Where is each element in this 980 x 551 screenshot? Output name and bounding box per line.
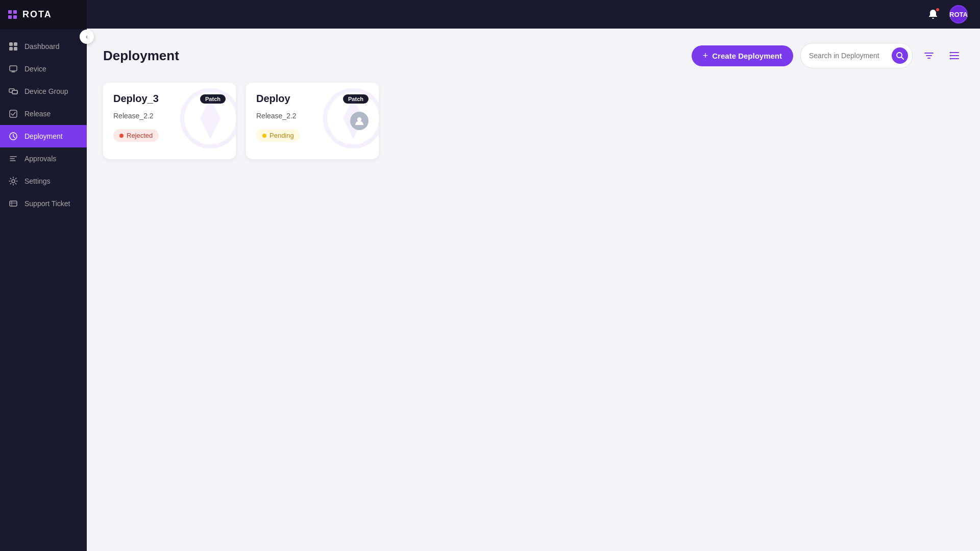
sidebar-item-deployment[interactable]: Deployment xyxy=(0,125,87,147)
sidebar-item-label: Approvals xyxy=(24,155,56,163)
filter-button[interactable] xyxy=(920,46,938,65)
sidebar-item-dashboard[interactable]: Dashboard xyxy=(0,35,87,58)
settings-icon xyxy=(8,176,18,186)
avatar-text: ROTA xyxy=(949,11,968,18)
sidebar-item-device[interactable]: Device xyxy=(0,58,87,80)
sidebar-header: ROTA xyxy=(0,0,87,29)
page-header: Deployment + Create Deployment xyxy=(103,43,964,68)
user-avatar xyxy=(350,112,369,130)
card-release: Release_2.2 xyxy=(113,112,226,120)
card-title: Deploy xyxy=(256,93,290,105)
card-status-rejected: Rejected xyxy=(113,129,159,142)
app-name: ROTA xyxy=(22,9,52,20)
support-icon xyxy=(8,198,18,209)
sidebar-item-approvals[interactable]: Approvals xyxy=(0,147,87,170)
release-icon xyxy=(8,109,18,119)
sidebar-item-settings[interactable]: Settings xyxy=(0,170,87,192)
deployment-card-deploy-3[interactable]: Deploy_3 Patch Release_2.2 Rejected xyxy=(103,83,236,159)
sidebar-item-label: Device Group xyxy=(24,87,68,95)
deployment-cards-grid: Deploy_3 Patch Release_2.2 Rejected Depl… xyxy=(103,83,964,159)
sidebar-item-label: Dashboard xyxy=(24,42,60,51)
status-label: Rejected xyxy=(127,132,153,139)
notification-bell-button[interactable] xyxy=(924,5,942,23)
sidebar-item-device-group[interactable]: Device Group xyxy=(0,80,87,103)
card-status-pending: Pending xyxy=(256,129,300,142)
card-header: Deploy Patch xyxy=(256,93,369,105)
topbar: ROTA xyxy=(87,0,980,29)
deployment-icon xyxy=(8,131,18,141)
svg-rect-0 xyxy=(9,42,13,46)
svg-point-29 xyxy=(357,117,361,121)
svg-point-12 xyxy=(12,180,15,183)
card-header: Deploy_3 Patch xyxy=(113,93,226,105)
logo-icon xyxy=(8,10,17,19)
sidebar-collapse-button[interactable]: ‹ xyxy=(80,30,94,44)
svg-rect-1 xyxy=(14,42,17,46)
device-group-icon xyxy=(8,86,18,96)
content-area: Deployment + Create Deployment xyxy=(87,29,980,551)
svg-rect-3 xyxy=(14,47,17,51)
search-box xyxy=(800,43,913,68)
search-input[interactable] xyxy=(809,52,888,60)
card-title: Deploy_3 xyxy=(113,93,159,105)
svg-line-17 xyxy=(901,57,903,59)
create-deployment-button[interactable]: + Create Deployment xyxy=(692,45,793,66)
svg-rect-10 xyxy=(10,110,17,117)
svg-rect-2 xyxy=(9,47,13,51)
sidebar-nav: Dashboard Device Device Group xyxy=(0,29,87,551)
sidebar-item-label: Support Ticket xyxy=(24,199,70,208)
main-area: ROTA Deployment + Create Deployment xyxy=(87,0,980,551)
approvals-icon xyxy=(8,154,18,164)
dashboard-icon xyxy=(8,41,18,52)
status-dot xyxy=(119,134,124,138)
card-badge-patch: Patch xyxy=(200,94,226,104)
search-button[interactable] xyxy=(892,47,908,64)
status-label: Pending xyxy=(270,132,294,139)
sidebar-item-label: Deployment xyxy=(24,132,63,140)
list-view-button[interactable] xyxy=(945,46,964,65)
sidebar-item-label: Release xyxy=(24,110,51,118)
svg-point-25 xyxy=(950,55,951,57)
deployment-card-deploy[interactable]: Deploy Patch Release_2.2 Pending xyxy=(246,83,379,159)
svg-rect-13 xyxy=(10,201,17,206)
create-deployment-label: Create Deployment xyxy=(712,52,782,60)
page-title: Deployment xyxy=(103,48,179,64)
avatar[interactable]: ROTA xyxy=(949,5,968,23)
sidebar-item-label: Device xyxy=(24,65,46,73)
sidebar-item-label: Settings xyxy=(24,177,51,185)
svg-rect-8 xyxy=(12,90,17,94)
svg-rect-4 xyxy=(10,66,17,71)
plus-icon: + xyxy=(703,51,708,61)
notification-badge xyxy=(935,7,940,12)
status-dot xyxy=(262,134,266,138)
svg-point-24 xyxy=(950,52,951,54)
header-actions: + Create Deployment xyxy=(692,43,964,68)
sidebar: ROTA ‹ Dashboard Devic xyxy=(0,0,87,551)
svg-point-26 xyxy=(950,58,951,60)
card-badge-patch: Patch xyxy=(343,94,369,104)
sidebar-item-release[interactable]: Release xyxy=(0,103,87,125)
sidebar-item-support-ticket[interactable]: Support Ticket xyxy=(0,192,87,215)
device-icon xyxy=(8,64,18,74)
